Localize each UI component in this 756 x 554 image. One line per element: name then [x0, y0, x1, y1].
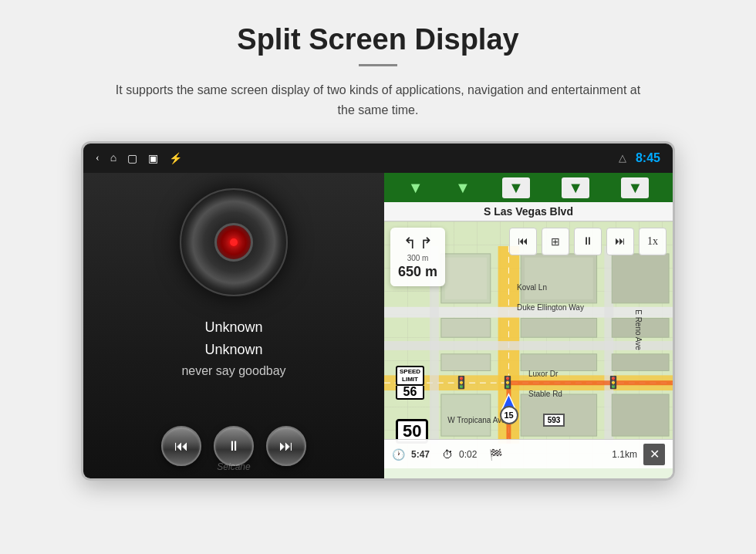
- map-area: ↰ ↱ 300 m 650 m ⏮ ⊞ ⏸ ⏭ 1x SPEEDLIMIT: [384, 221, 673, 468]
- nav-arrow-2: ▼: [455, 179, 471, 197]
- nav-arrow-3: ▼: [502, 177, 530, 198]
- svg-rect-12: [612, 254, 669, 303]
- status-bar: ‹ ⌂ ▢ ▣ ⚡ △ 8:45: [83, 144, 673, 173]
- label-duke-ellington: Duke Ellington Way: [517, 303, 584, 312]
- nav-arrow-1: ▼: [408, 179, 424, 197]
- image-icon[interactable]: ▣: [148, 152, 158, 165]
- svg-rect-16: [441, 354, 491, 371]
- nav-arrow-5: ▼: [621, 177, 649, 198]
- label-stable-rd: Stable Rd: [528, 390, 562, 398]
- clock-icon: 🕐: [392, 448, 405, 461]
- window-icon[interactable]: ▢: [127, 152, 137, 165]
- turn-left-icon: ↰: [403, 234, 417, 252]
- nav-arrow-4: ▼: [562, 177, 589, 198]
- svg-rect-13: [441, 319, 491, 338]
- turn-distance-large: 650 m: [398, 264, 437, 280]
- turn-distance: 300 m: [407, 254, 429, 262]
- nav-panel: ▼ ▼ ▼ ▼ ▼ S Las Vegas Blvd: [384, 173, 673, 478]
- device-frame: ‹ ⌂ ▢ ▣ ⚡ △ 8:45 Unknown Unknown never: [81, 141, 675, 481]
- nav-prev-button[interactable]: ⏮: [509, 228, 537, 255]
- svg-rect-9: [445, 258, 487, 299]
- label-w-tropicana: W Tropicana Ave: [447, 416, 505, 424]
- title-divider: [359, 64, 397, 66]
- pause-icon: ⏸: [227, 438, 241, 454]
- nav-next-button[interactable]: ⏭: [606, 228, 634, 255]
- route-593-sign: 593: [543, 414, 565, 427]
- home-icon[interactable]: ⌂: [110, 152, 116, 164]
- route-15-sign: 15: [500, 406, 518, 424]
- svg-rect-17: [521, 354, 596, 371]
- nav-close-button[interactable]: ✕: [643, 444, 665, 465]
- usb-icon[interactable]: ⚡: [169, 152, 182, 165]
- album-art: [180, 188, 288, 296]
- notification-icon: △: [619, 152, 626, 164]
- nav-elapsed: 0:02: [459, 449, 477, 460]
- next-icon: ⏭: [279, 438, 293, 454]
- album-art-inner: [214, 223, 253, 262]
- music-controls: ⏮ ⏸ ⏭: [161, 426, 306, 466]
- turn-right-icon: ↱: [420, 234, 433, 252]
- speed-limit-56-sign: SPEEDLIMIT 56: [396, 366, 424, 399]
- svg-rect-11: [525, 258, 593, 299]
- nav-speed-button[interactable]: 1x: [639, 228, 667, 255]
- turn-arrows: ↰ ↱: [403, 234, 433, 252]
- nav-player-overlay: ⏮ ⊞ ⏸ ⏭ 1x: [509, 228, 667, 255]
- status-bar-right: △ 8:45: [619, 151, 660, 165]
- speed-limit-label: SPEEDLIMIT: [396, 366, 424, 385]
- svg-rect-21: [612, 394, 669, 436]
- traffic-light-3: 🚦: [606, 375, 621, 390]
- status-bar-left: ‹ ⌂ ▢ ▣ ⚡: [96, 152, 182, 165]
- speed-limit-56-number: 56: [396, 386, 424, 400]
- nav-distance: 1.1km: [612, 449, 637, 460]
- main-content: Unknown Unknown never say goodbay ⏮ ⏸ ⏭ …: [83, 173, 673, 478]
- track-album: never say goodbay: [181, 364, 285, 378]
- nav-street-name: S Las Vegas Blvd: [384, 202, 673, 221]
- label-e-reno-ave: E Reno Ave: [633, 309, 642, 350]
- svg-rect-5: [384, 341, 673, 350]
- prev-button[interactable]: ⏮: [161, 426, 201, 466]
- traffic-light-2: 🚦: [500, 375, 515, 390]
- nav-shuffle-button[interactable]: ⊞: [542, 228, 569, 255]
- nav-pause-button[interactable]: ⏸: [574, 228, 602, 255]
- nav-arrival-time: 5:47: [411, 449, 430, 460]
- flag-icon: 🏁: [489, 448, 502, 461]
- music-panel: Unknown Unknown never say goodbay ⏮ ⏸ ⏭ …: [83, 173, 384, 478]
- status-time: 8:45: [636, 151, 660, 165]
- back-icon[interactable]: ‹: [96, 152, 100, 164]
- svg-rect-14: [521, 319, 596, 338]
- traffic-light-1: 🚦: [454, 375, 469, 390]
- svg-rect-18: [612, 354, 669, 371]
- next-button[interactable]: ⏭: [266, 426, 306, 466]
- label-koval-ln: Koval Ln: [517, 283, 547, 292]
- page-description: It supports the same screen display of t…: [108, 80, 648, 120]
- label-luxor-dr: Luxor Dr: [528, 370, 558, 378]
- nav-top-bar: ▼ ▼ ▼ ▼ ▼: [384, 173, 673, 202]
- turn-instruction: ↰ ↱ 300 m 650 m: [390, 228, 445, 286]
- album-art-dot: [230, 238, 238, 246]
- play-pause-button[interactable]: ⏸: [214, 426, 254, 466]
- nav-bottom-bar: 🕐 5:47 ⏱ 0:02 🏁 1.1km ✕: [384, 439, 673, 468]
- track-artist: Unknown: [181, 342, 285, 358]
- page-title: Split Screen Display: [237, 23, 518, 56]
- prev-icon: ⏮: [174, 438, 188, 454]
- watermark: Seicane: [217, 461, 250, 472]
- elapsed-icon: ⏱: [442, 448, 453, 461]
- track-title: Unknown: [181, 319, 285, 336]
- track-info: Unknown Unknown never say goodbay: [181, 319, 285, 378]
